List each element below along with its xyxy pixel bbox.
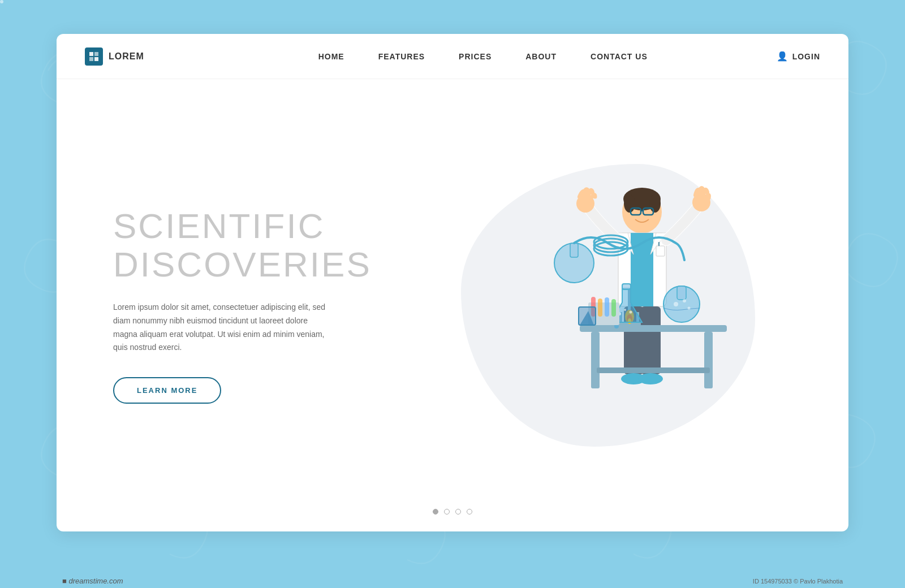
- user-icon: 👤: [777, 51, 788, 62]
- svg-point-6: [624, 194, 635, 213]
- logo-area[interactable]: LOREM: [85, 47, 144, 66]
- logo-icon: [85, 47, 103, 66]
- nav-contact[interactable]: CONTACT US: [591, 52, 648, 61]
- lab-scene-svg: [467, 158, 749, 452]
- nav-about[interactable]: ABOUT: [525, 52, 557, 61]
- svg-rect-32: [622, 284, 631, 289]
- stock-info: ID 154975033 © Pavlo Plakhotia: [753, 578, 843, 585]
- svg-rect-18: [641, 306, 661, 374]
- hero-title: SCIENTIFIC DISCOVERIES: [113, 207, 373, 284]
- svg-point-44: [674, 302, 678, 306]
- carousel-dot-2[interactable]: [444, 509, 450, 514]
- hero-illustration: [396, 102, 820, 509]
- svg-rect-38: [570, 243, 578, 257]
- svg-rect-21: [580, 325, 727, 332]
- logo-text: LOREM: [109, 51, 144, 62]
- svg-point-35: [630, 311, 632, 314]
- hero-content: SCIENTIFIC DISCOVERIES Lorem ipsum dolor…: [113, 207, 396, 404]
- svg-rect-23: [704, 332, 713, 388]
- carousel-dot-1[interactable]: [433, 509, 438, 514]
- svg-point-20: [638, 373, 663, 384]
- learn-more-button[interactable]: LEARN MORE: [113, 377, 221, 404]
- login-label: LOGIN: [792, 52, 820, 61]
- svg-rect-24: [597, 368, 710, 373]
- svg-rect-50: [605, 297, 609, 317]
- svg-rect-49: [598, 299, 602, 317]
- navbar: LOREM HOME FEATURES PRICES ABOUT CONTACT…: [57, 34, 848, 79]
- svg-rect-43: [677, 286, 686, 300]
- nav-prices[interactable]: PRICES: [459, 52, 492, 61]
- dreamstime-watermark: ■ dreamstime.com: [62, 577, 123, 585]
- carousel-dot-3[interactable]: [455, 509, 461, 514]
- svg-rect-3: [94, 57, 98, 61]
- svg-rect-2: [89, 57, 93, 61]
- watermark-area: ■ dreamstime.com ID 154975033 © Pavlo Pl…: [62, 577, 843, 585]
- main-card: LOREM HOME FEATURES PRICES ABOUT CONTACT…: [57, 34, 848, 531]
- svg-point-45: [683, 299, 686, 302]
- carousel-dot-4[interactable]: [467, 509, 472, 514]
- svg-rect-0: [89, 52, 93, 56]
- svg-rect-1: [94, 52, 98, 56]
- svg-rect-52: [579, 307, 596, 325]
- svg-point-7: [649, 194, 661, 213]
- svg-rect-51: [611, 299, 616, 317]
- hero-description: Lorem ipsum dolor sit amet, consectetuer…: [113, 301, 328, 354]
- content-area: ‹ SCIENTIFIC DISCOVERIES Lorem ipsum dol…: [57, 79, 848, 531]
- svg-point-34: [624, 309, 626, 311]
- nav-features[interactable]: FEATURES: [378, 52, 425, 61]
- nav-home[interactable]: HOME: [318, 52, 344, 61]
- svg-point-46: [688, 307, 691, 310]
- login-area[interactable]: 👤 LOGIN: [777, 51, 820, 62]
- nav-links: HOME FEATURES PRICES ABOUT CONTACT US: [189, 52, 777, 61]
- svg-rect-22: [591, 332, 600, 388]
- carousel-dots: [433, 509, 472, 514]
